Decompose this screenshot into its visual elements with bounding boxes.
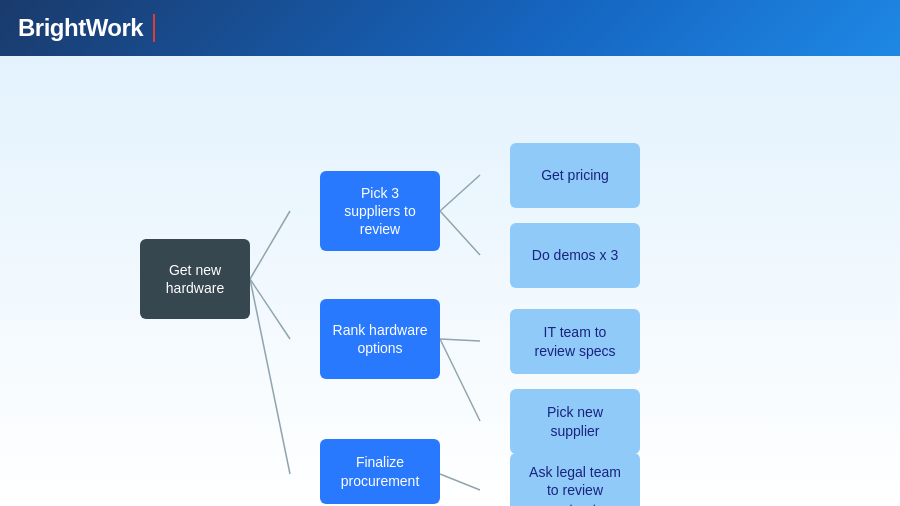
l2-node-suppliers: Pick 3 suppliers to review (320, 171, 440, 251)
svg-line-2 (250, 279, 290, 474)
header: BrightWork (0, 0, 900, 56)
svg-line-7 (440, 474, 480, 490)
main-area: Get new hardware Pick 3 suppliers to rev… (0, 56, 900, 506)
svg-line-4 (440, 211, 480, 255)
root-node: Get new hardware (140, 239, 250, 319)
svg-line-5 (440, 339, 480, 341)
logo-text: BrightWork (18, 14, 143, 42)
l3-node-legal: Ask legal team to review contracts (510, 453, 640, 506)
svg-line-3 (440, 175, 480, 211)
diagram: Get new hardware Pick 3 suppliers to rev… (20, 71, 880, 491)
svg-line-0 (250, 211, 290, 279)
l3-node-new-supplier: Pick new supplier (510, 389, 640, 454)
l2-node-finalize: Finalize procurement (320, 439, 440, 504)
l2-node-rank: Rank hardware options (320, 299, 440, 379)
l3-node-it-review: IT team to review specs (510, 309, 640, 374)
svg-line-6 (440, 339, 480, 421)
logo-divider (153, 14, 155, 42)
l3-node-demos: Do demos x 3 (510, 223, 640, 288)
l3-node-pricing: Get pricing (510, 143, 640, 208)
logo: BrightWork (18, 14, 155, 42)
svg-line-1 (250, 279, 290, 339)
